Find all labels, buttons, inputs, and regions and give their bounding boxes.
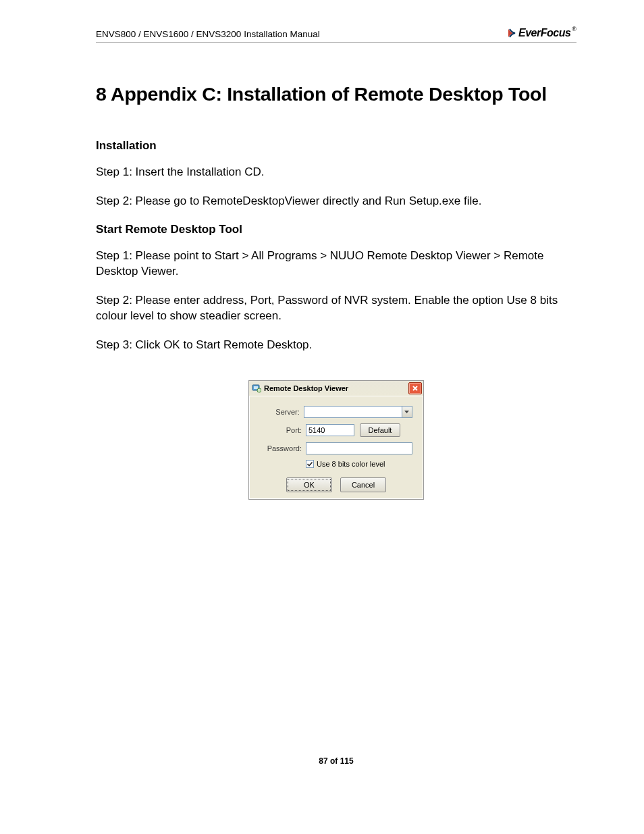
start-step-3: Step 3: Click OK to Start Remote Desktop… [96,338,576,353]
brand-reg: ® [572,26,576,32]
app-icon [252,384,261,393]
port-label: Port: [260,426,306,434]
server-input[interactable] [304,406,402,418]
page-title: 8 Appendix C: Installation of Remote Des… [96,83,576,105]
start-step-2: Step 2: Please enter address, Port, Pass… [96,293,576,324]
svg-rect-1 [254,386,258,389]
password-input[interactable] [306,442,412,454]
page-header: ENVS800 / ENVS1600 / ENVS3200 Installati… [96,27,576,43]
dialog-title: Remote Desktop Viewer [264,384,348,392]
chevron-down-icon [404,411,409,413]
install-step-1: Step 1: Insert the Installation CD. [96,165,576,180]
section-start-tool: Start Remote Desktop Tool [96,223,576,236]
install-step-2: Step 2: Please go to RemoteDesktopViewer… [96,194,576,209]
use-8bits-checkbox[interactable] [306,460,314,468]
check-icon [306,461,313,467]
page-number: 87 of 115 [96,756,576,766]
password-label: Password: [260,444,306,452]
close-icon [412,385,419,392]
start-step-1: Step 1: Please point to Start > All Prog… [96,249,576,280]
cancel-button[interactable]: Cancel [340,477,386,492]
default-button[interactable]: Default [360,423,400,437]
brand-logo: EverFocus ® [506,27,576,39]
doc-title: ENVS800 / ENVS1600 / ENVS3200 Installati… [96,29,320,39]
brand-name: EverFocus [518,27,570,39]
svg-point-2 [257,388,261,392]
port-input[interactable] [306,424,354,436]
section-installation: Installation [96,139,576,153]
close-button[interactable] [408,382,422,394]
server-dropdown-button[interactable] [402,406,412,418]
dialog-titlebar: Remote Desktop Viewer [249,381,423,396]
remote-desktop-viewer-dialog: Remote Desktop Viewer Server: P [248,380,424,500]
everfocus-icon [506,28,517,38]
use-8bits-label: Use 8 bits color level [317,460,385,468]
ok-button[interactable]: OK [286,477,332,492]
server-label: Server: [260,408,304,416]
